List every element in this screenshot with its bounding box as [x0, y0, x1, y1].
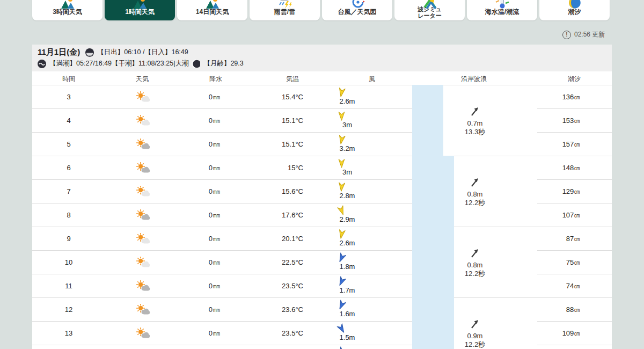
hour-label: 10 [32, 251, 105, 274]
hour-label: 13 [32, 322, 105, 345]
wind-speed: 3.2m [306, 144, 381, 152]
update-status: ! 02:56 更新 [562, 30, 605, 39]
hour-label: 12 [32, 298, 105, 322]
tab-tide[interactable]: 潮汐 [539, 0, 610, 20]
tide-value: 129cm [504, 180, 582, 203]
wind-speed: 1.7m [306, 286, 381, 294]
wind-arrow-icon [337, 111, 346, 121]
sun-cloud-icon [134, 162, 150, 174]
temp-value: 15.1°C [233, 109, 303, 133]
sun-cloud-icon [134, 115, 150, 127]
col-header-tide: 潮汐 [542, 75, 606, 84]
temp-value: 20.1°C [233, 227, 303, 251]
tab-label: 台風／天気図 [322, 8, 392, 17]
sun-cloud-icon [134, 91, 150, 103]
info-icon: ! [562, 31, 571, 39]
col-header-time: 時間 [36, 75, 101, 84]
wind-cell: 3m [306, 156, 381, 180]
tide-value: 136cm [504, 85, 582, 109]
temp-value: 15.6°C [233, 180, 303, 203]
wind-speed: 2.6m [306, 239, 381, 247]
wind-speed: 2.6m [306, 97, 381, 105]
tab-label: 潮汐 [539, 8, 610, 17]
sun-cloud-icon [134, 280, 150, 292]
table-row: 12 0mm 23.6°C 1.6m 88cm [32, 298, 612, 322]
sun-cloud-icon [134, 304, 150, 316]
date-header: 11月1日(金) 【日出】06:10 /【日入】16:49 【満潮】05:27/… [32, 45, 612, 71]
hour-label: 11 [32, 274, 105, 298]
wave-info: 0.8m 12.2秒 [440, 177, 510, 207]
col-header-temp: 気温 [260, 75, 325, 84]
wave-direction-icon [470, 248, 480, 259]
temp-value: 15°C [233, 156, 303, 180]
tab-label: 3時間天気 [32, 8, 103, 17]
table-row: 4 0mm 15.1°C 3m 153cm [32, 109, 612, 133]
sun-cloud-icon [134, 209, 150, 221]
table-row: 13 0mm 23.5°C 1.5m 109cm [32, 322, 612, 345]
tab-label: 1時間天気 [105, 8, 175, 17]
wind-cell: 3.2m [306, 133, 381, 156]
tide-value: 109cm [504, 322, 582, 345]
wave-period: 12.2秒 [440, 340, 510, 349]
temp-value: 23.6°C [233, 298, 303, 322]
wind-cell: 2.9m [306, 203, 381, 227]
hour-label: 6 [32, 156, 105, 180]
tab-label: 波シミュレーター [394, 6, 465, 19]
sun-cloud-icon [134, 257, 150, 268]
tide-wave-icon [38, 60, 46, 68]
wind-cell: 3m [306, 109, 381, 133]
tab-label: 海水温/潮流 [467, 8, 537, 17]
tide-value: 75cm [504, 251, 582, 274]
hour-label: 5 [32, 133, 105, 156]
wind-cell: 1.8m [306, 251, 381, 274]
temp-value: 15.4°C [233, 85, 303, 109]
sun-cloud-icon [134, 233, 150, 245]
table-row: 6 0mm 15°C 3m 148cm [32, 156, 612, 180]
wind-arrow-icon [336, 181, 347, 192]
wave-height-bar [412, 85, 443, 156]
weather-page: 3時間天気 1時間天気 14日間天気 雨雲/雷 台風／天気図 波シミュレーター … [0, 0, 644, 349]
temp-value: 22.5°C [233, 251, 303, 274]
tab-14day-weather[interactable]: 14日間天気 [177, 0, 247, 20]
wave-info: 0.9m 12.2秒 [440, 319, 510, 349]
wave-info: 0.7m 13.3秒 [440, 106, 510, 136]
hour-label: 8 [32, 203, 105, 227]
tab-wave-simulator[interactable]: 波シミュレーター [394, 0, 465, 20]
table-row-partial [32, 345, 612, 349]
hour-label: 9 [32, 227, 105, 251]
tab-typhoon-chart[interactable]: 台風／天気図 [322, 0, 392, 20]
tide-times-text: 【満潮】05:27/16:49【干潮】11:08/23:25|大潮 [49, 59, 188, 68]
tab-3hour-weather[interactable]: 3時間天気 [32, 0, 103, 20]
wave-height: 0.8m [440, 190, 510, 199]
hour-label: 3 [32, 85, 105, 109]
sun-cloud-icon [134, 328, 150, 339]
wave-period: 12.2秒 [440, 199, 510, 207]
tab-label: 雨雲/雷 [250, 8, 320, 17]
wind-cell: 1.6m [306, 298, 381, 322]
wave-direction-icon [470, 106, 480, 117]
tide-value: 88cm [504, 298, 582, 322]
tab-1hour-weather[interactable]: 1時間天気 [105, 0, 175, 20]
wind-speed: 3m [306, 168, 381, 176]
date-title: 11月1日(金) [38, 47, 80, 57]
tab-sea-temp-current[interactable]: 海水温/潮流 [467, 0, 537, 20]
temp-value: 15.1°C [233, 133, 303, 156]
tab-bar: 3時間天気 1時間天気 14日間天気 雨雲/雷 台風／天気図 波シミュレーター … [32, 0, 610, 20]
wave-height: 0.7m [440, 119, 510, 128]
wind-cell: 2.6m [306, 227, 381, 251]
sun-cloud-icon [134, 139, 150, 150]
temp-value: 23.5°C [233, 322, 303, 345]
wave-period: 13.3秒 [440, 128, 510, 136]
tide-value: 107cm [504, 203, 582, 227]
tab-rain-radar[interactable]: 雨雲/雷 [250, 0, 320, 20]
temp-value: 17.6°C [233, 203, 303, 227]
col-header-coastal-wave: 沿岸波浪 [442, 75, 506, 84]
moon-age-text: 【月齢】29.3 [203, 59, 243, 68]
table-row: 3 0mm 15.4°C 2.6m 136cm [32, 85, 612, 109]
wind-arrow-icon [335, 345, 348, 349]
moon-phase-icon [192, 60, 200, 68]
table-row: 7 0mm 15.6°C 2.8m 129cm [32, 180, 612, 203]
wind-arrow-icon [336, 86, 347, 99]
table-row: 8 0mm 17.6°C 2.9m 107cm [32, 203, 612, 227]
temp-value: 23.5°C [233, 274, 303, 298]
